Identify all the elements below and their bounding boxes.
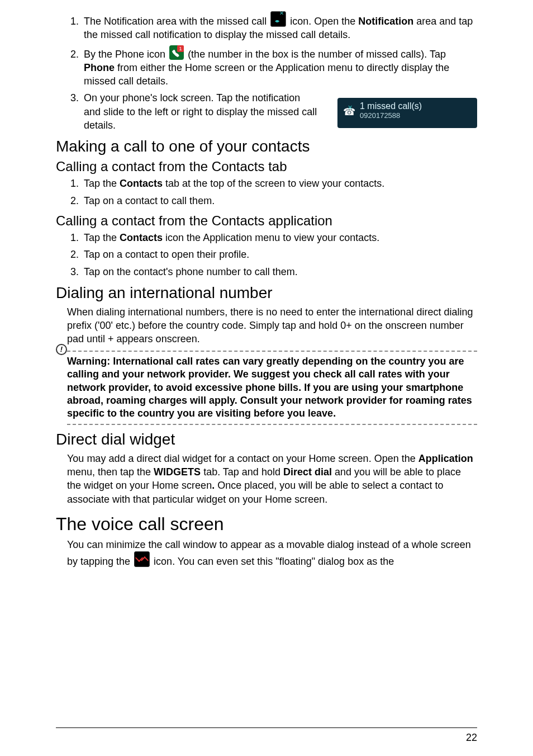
heading-contacts-tab: Calling a contact from the Contacts tab <box>56 159 477 174</box>
text: Tap the <box>84 232 120 243</box>
missed-call-icon <box>270 11 286 27</box>
text: (the number in the box is the number of … <box>188 49 446 60</box>
text-bold: Notification <box>358 16 413 27</box>
list-item: The Notification area with the missed ca… <box>82 11 477 42</box>
footer-divider <box>56 727 477 728</box>
text-bold: Contacts <box>120 232 163 243</box>
text-bold: . <box>212 480 215 491</box>
text: menu, then tap the <box>67 466 154 478</box>
list-item: Tap on a contact to call them. <box>82 194 477 207</box>
shrink-icon <box>134 551 150 567</box>
list-item: Tap on the contact's phone number to cal… <box>82 265 477 278</box>
text: By the Phone icon <box>84 49 168 60</box>
contacts-tab-list: Tap the Contacts tab at the top of the s… <box>56 177 477 207</box>
divider <box>67 424 477 425</box>
text-bold: Phone <box>84 62 115 73</box>
divider <box>67 351 477 352</box>
heading-dialing-intl: Dialing an international number <box>56 284 477 302</box>
page-number: 22 <box>466 732 477 744</box>
text-bold: WIDGETS <box>154 466 201 478</box>
text: Tap the <box>84 178 120 189</box>
paragraph: When dialing international numbers, ther… <box>67 305 477 346</box>
paragraph: You may add a direct dial widget for a c… <box>67 452 477 506</box>
notification-title: 1 missed call(s) <box>360 101 472 111</box>
phone-badge-icon <box>169 45 184 60</box>
list-item: By the Phone icon (the number in the box… <box>82 45 477 88</box>
text: from either the Home screen or the Appli… <box>84 62 449 87</box>
missed-call-icon: ☎✕ <box>343 106 355 118</box>
text: The Notification area with the missed ca… <box>84 16 269 27</box>
heading-direct-dial: Direct dial widget <box>56 431 477 448</box>
list-item: Tap the Contacts tab at the top of the s… <box>82 177 477 190</box>
list-item: Tap the Contacts icon the Application me… <box>82 231 477 244</box>
text-bold: Application <box>418 453 473 464</box>
heading-voice-call-screen: The voice call screen <box>56 514 477 535</box>
paragraph: You can minimize the call window to appe… <box>67 538 477 569</box>
missed-call-notification[interactable]: ☎✕ 1 missed call(s) 0920172588 <box>337 98 477 128</box>
text: You may add a direct dial widget for a c… <box>67 453 418 464</box>
warning-text: Warning: International call rates can va… <box>67 355 477 420</box>
list-item: Tap on a contact to open their profile. <box>82 248 477 261</box>
warning-icon: ! <box>56 344 67 355</box>
text: tab at the top of the screen to view you… <box>165 178 384 189</box>
heading-making-call: Making a call to one of your contacts <box>56 138 477 155</box>
text: icon. Open the <box>290 16 358 27</box>
notification-number: 0920172588 <box>360 111 472 120</box>
text: icon the Application menu to view your c… <box>165 232 379 243</box>
text: On your phone's lock screen. Tap the not… <box>84 91 318 132</box>
text: tab. Tap and hold <box>203 466 283 478</box>
text-bold: Direct dial <box>283 466 332 478</box>
text-bold: Contacts <box>120 178 163 189</box>
heading-contacts-app: Calling a contact from the Contacts appl… <box>56 213 477 229</box>
contacts-app-list: Tap the Contacts icon the Application me… <box>56 231 477 278</box>
text: icon. You can even set this "floating" d… <box>154 556 394 567</box>
warning-block: ! Warning: International call rates can … <box>67 351 477 425</box>
